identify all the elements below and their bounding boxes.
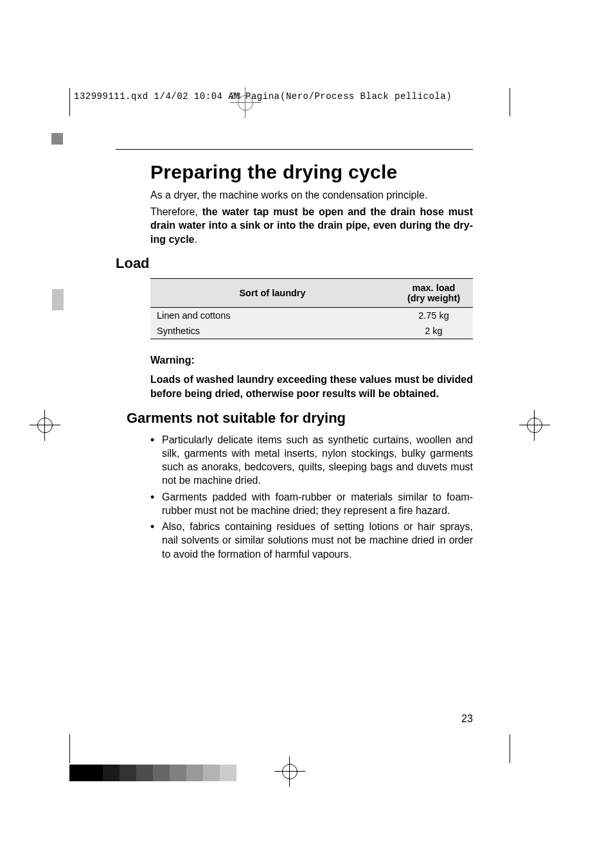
grey-swatch [69,765,86,781]
grey-swatch [136,765,153,781]
intro2-pre: Therefore, [150,206,202,217]
page-content: Preparing the drying cycle As a dryer, t… [116,149,473,563]
crop-mark [69,734,70,763]
thumb-index-marker [52,289,64,310]
grey-swatch [220,765,236,781]
table-cell-value: 2 kg [395,323,473,339]
grey-swatch [153,765,170,781]
list-item: Also, fabrics containing residues of set… [150,520,473,561]
grey-swatch [120,765,136,781]
slug-line-right: (Nero/Process Black pellicola) [280,91,452,102]
registration-mark-icon [30,410,60,441]
warning-heading: Warning: [150,355,473,366]
load-table: Sort of laundry max. load (dry weight) L… [150,278,473,339]
list-item: Garments padded with foam-rubber or mate… [150,490,473,518]
crop-mark [510,88,510,116]
section-garments-heading: Garments not suitable for drying [127,410,473,427]
grey-swatch [186,765,203,781]
grey-swatch [170,765,186,781]
intro-line-2: Therefore, the water tap must be open an… [150,205,473,247]
crop-mark [510,734,510,763]
registration-mark-icon [519,410,550,441]
table-cell-label: Synthetics [150,323,395,339]
registration-mark-icon [230,87,261,118]
list-item: Particularly delicate items such as synt… [150,433,473,488]
table-header-max-b: (dry weight) [407,293,460,303]
table-row: Synthetics 2 kg [150,323,473,339]
section-load-heading: Load [116,255,473,272]
intro-line-1: As a dryer, the machine works on the con… [150,188,473,202]
grey-swatch [203,765,220,781]
warning-body: Loads of washed laundry exceeding these … [150,373,473,400]
intro2-post: . [194,234,197,245]
page-number: 23 [461,713,473,725]
table-header-max-a: max. load [413,283,456,293]
grey-swatch [103,765,120,781]
table-cell-label: Linen and cottons [150,308,395,324]
table-cell-value: 2.75 kg [395,308,473,324]
greyscale-bar [69,765,236,781]
crop-mark [69,88,70,116]
page-title: Preparing the drying cycle [150,161,473,183]
table-header-max: max. load (dry weight) [395,279,473,308]
table-header-sort: Sort of laundry [150,279,395,308]
thumb-index-marker [51,133,63,145]
garments-list: Particularly delicate items such as synt… [150,433,473,561]
table-row: Linen and cottons 2.75 kg [150,308,473,324]
grey-swatch [86,765,103,781]
registration-mark-icon [274,756,305,787]
